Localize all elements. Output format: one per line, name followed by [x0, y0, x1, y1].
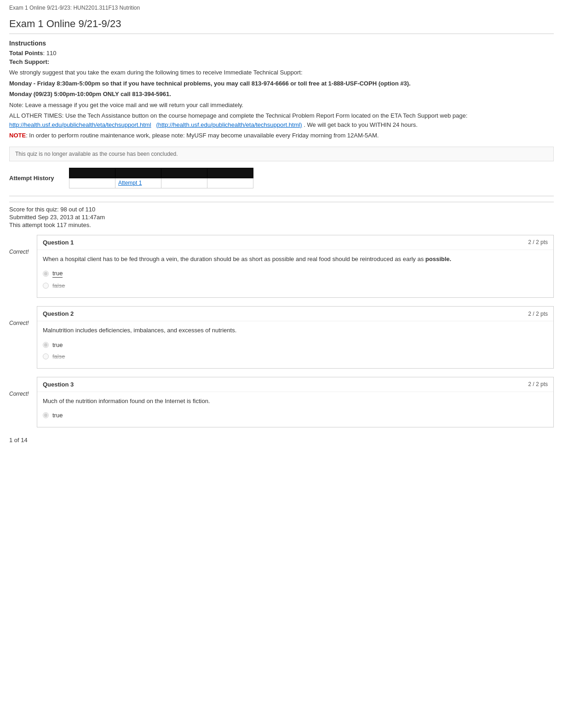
question-3-option-true: true	[43, 411, 548, 420]
question-2-title: Question 2	[43, 310, 74, 317]
tech-support-label: Tech Support:	[9, 58, 554, 65]
score-line: Score for this quiz: 98 out of 110	[9, 206, 554, 213]
instructions-para2: Monday - Friday 8:30am-5:00pm so that if…	[9, 79, 554, 88]
attempt-header-col3	[161, 168, 207, 178]
total-points-label: Total Points	[9, 50, 43, 57]
attempt-data-col4	[207, 178, 253, 188]
attempt-data-col1	[69, 178, 115, 188]
note-caps: NOTE	[9, 132, 26, 139]
question-1-radio-false[interactable]	[43, 283, 49, 289]
total-points: Total Points: 110	[9, 50, 554, 57]
question-3-title: Question 3	[43, 381, 74, 388]
total-points-value: 110	[46, 50, 57, 57]
instructions-para4: Note: Leave a message if you get the voi…	[9, 101, 554, 110]
question-1-body: When a hospital client has to be fed thr…	[37, 250, 553, 298]
instructions-heading: Instructions	[9, 40, 554, 47]
question-1-bold: possible.	[425, 256, 451, 262]
attempt-table-header-row	[69, 168, 253, 178]
question-2-wrapper: Correct! Question 2 2 / 2 pts Malnutriti…	[9, 306, 554, 369]
question-1-label-true: true	[52, 270, 63, 278]
attempt-header-col2	[115, 168, 161, 178]
attempt-history-label: Attempt History	[9, 175, 64, 182]
correct-label-2: Correct!	[9, 306, 37, 326]
browser-title: Exam 1 Online 9/21-9/23: HUN2201.311F13 …	[9, 5, 554, 13]
question-2-radio-true[interactable]	[43, 342, 49, 348]
question-2-text: Malnutrition includes deficiencies, imba…	[43, 326, 548, 335]
submitted-line: Submitted Sep 23, 2013 at 11:47am	[9, 214, 554, 221]
instructions-para5: ALL OTHER TIMES: Use the Tech Assistance…	[9, 111, 554, 129]
question-3-wrapper: Correct! Question 3 2 / 2 pts Much of th…	[9, 377, 554, 428]
attempt-link[interactable]: Attempt 1	[115, 178, 161, 188]
question-1-option-true: true	[43, 269, 548, 279]
link2[interactable]: (http://health.usf.edu/publichealth/eta/…	[156, 121, 302, 128]
time-line: This attempt took 117 minutes.	[9, 222, 554, 228]
attempt-table-data-row: Attempt 1	[69, 178, 253, 188]
question-3-radio-true[interactable]	[43, 412, 49, 418]
question-2-label-false: false	[52, 353, 65, 360]
score-section: Score for this quiz: 98 out of 110 Submi…	[9, 202, 554, 228]
question-2-box: Question 2 2 / 2 pts Malnutrition includ…	[37, 306, 554, 369]
question-3-box: Question 3 2 / 2 pts Much of the nutriti…	[37, 377, 554, 428]
attempt-header-col4	[207, 168, 253, 178]
question-3-pts: 2 / 2 pts	[528, 381, 548, 387]
para5-prefix: ALL OTHER TIMES: Use the Tech Assistance…	[9, 112, 467, 119]
page-title: Exam 1 Online 9/21-9/23	[9, 18, 554, 30]
page-footer: 1 of 14	[9, 437, 554, 444]
instructions-section: Instructions Total Points: 110 Tech Supp…	[9, 40, 554, 140]
correct-label-3: Correct!	[9, 377, 37, 397]
quiz-unavailable-notice: This quiz is no longer available as the …	[9, 147, 554, 161]
question-1-pts: 2 / 2 pts	[528, 239, 548, 245]
question-3-body: Much of the nutrition information found …	[37, 392, 553, 427]
question-1-wrapper: Correct! Question 1 2 / 2 pts When a hos…	[9, 235, 554, 298]
link1[interactable]: http://health.usf.edu/publichealth/eta/t…	[9, 121, 151, 128]
question-3-label-true: true	[52, 412, 63, 419]
question-2-pts: 2 / 2 pts	[528, 311, 548, 317]
question-2-option-true: true	[43, 341, 548, 349]
question-3-text: Much of the nutrition information found …	[43, 397, 548, 406]
attempt-data-col3	[161, 178, 207, 188]
divider-score	[9, 196, 554, 196]
questions-container: Correct! Question 1 2 / 2 pts When a hos…	[9, 235, 554, 428]
question-1-box: Question 1 2 / 2 pts When a hospital cli…	[37, 235, 554, 298]
para5-suffix: . We will get back to you WITHIN 24 hour…	[304, 121, 418, 128]
attempt-header-col1	[69, 168, 115, 178]
question-3-header: Question 3 2 / 2 pts	[37, 377, 553, 392]
question-1-text: When a hospital client has to be fed thr…	[43, 255, 548, 264]
question-2-label-true: true	[52, 341, 63, 348]
question-1-header: Question 1 2 / 2 pts	[37, 235, 553, 250]
correct-label-1: Correct!	[9, 235, 37, 255]
instructions-para3: Monday (09/23) 5:00pm-10:00pm ONLY call …	[9, 90, 554, 99]
question-2-body: Malnutrition includes deficiencies, imba…	[37, 321, 553, 368]
question-1-label-false: false	[52, 282, 65, 289]
question-2-header: Question 2 2 / 2 pts	[37, 307, 553, 321]
instructions-para1: We strongly suggest that you take the ex…	[9, 68, 554, 77]
question-1-option-false: false	[43, 281, 548, 290]
question-2-radio-false[interactable]	[43, 353, 49, 359]
question-1-title: Question 1	[43, 239, 74, 246]
attempt-table: Attempt 1	[69, 168, 253, 188]
question-2-option-false: false	[43, 352, 548, 361]
question-1-radio-true[interactable]	[43, 271, 49, 277]
note-text: : In order to perform routine maintenanc…	[26, 132, 379, 139]
attempt-history-row: Attempt History Attempt 1	[9, 168, 554, 188]
note-line: NOTE: In order to perform routine mainte…	[9, 131, 554, 140]
attempt-history-section: Attempt History Attempt 1	[9, 168, 554, 188]
divider-top	[9, 34, 554, 34]
page-indicator: 1 of 14	[9, 437, 28, 444]
